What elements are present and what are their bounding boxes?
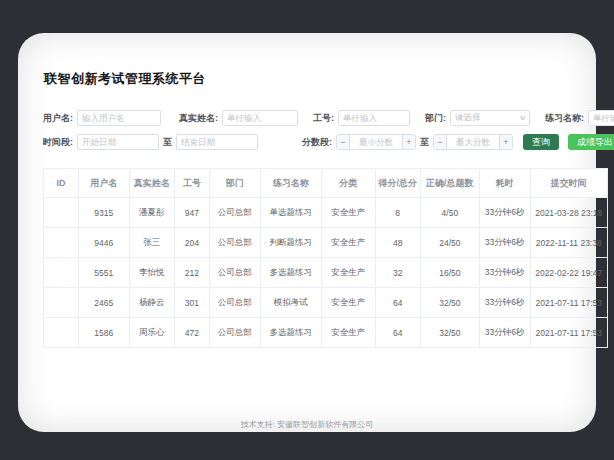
table-cell: 安全生产 [322,288,375,318]
results-table-head: ID用户名真实姓名工号部门练习名称分类得分/总分正确/总题数耗时提交时间 [44,169,608,198]
table-cell: 33分钟6秒 [479,318,530,348]
realname-input[interactable] [222,110,298,126]
table-cell: 947 [175,198,210,228]
table-row: 2465杨静云301公司总部模拟考试安全生产6432/5033分钟6秒2021-… [44,288,608,318]
table-cell: 安全生产 [322,258,375,288]
column-header: 真实姓名 [129,169,174,198]
plus-icon[interactable]: + [499,135,512,149]
worknumber-field-group: 工号: [313,110,410,126]
table-cell: 模拟考试 [260,288,321,318]
column-header: 部门 [209,169,260,198]
max-score-stepper: − + [433,134,513,150]
column-header: 分类 [322,169,375,198]
table-row: 9446张三204公司总部判断题练习安全生产4824/5033分钟6秒2022-… [44,228,608,258]
column-header: 得分/总分 [375,169,420,198]
table-cell: 2021-07-11 17:53 [530,318,607,348]
username-input[interactable] [77,110,161,126]
table-cell [44,198,79,228]
table-row: 5551李怡悦212公司总部多选题练习安全生产3216/5033分钟6秒2022… [44,258,608,288]
results-table: ID用户名真实姓名工号部门练习名称分类得分/总分正确/总题数耗时提交时间 931… [43,168,608,348]
table-cell: 杨静云 [129,288,174,318]
worknumber-input[interactable] [338,110,410,126]
column-header: ID [44,169,79,198]
column-header: 练习名称 [260,169,321,198]
plus-icon[interactable]: + [402,135,415,149]
table-cell: 212 [175,258,210,288]
table-cell: 2021-07-11 17:53 [530,288,607,318]
score-range-field-group: 分数段: − + 至 − + [302,134,513,150]
table-cell: 48 [375,228,420,258]
table-cell: 33分钟6秒 [479,198,530,228]
column-header: 用户名 [78,169,129,198]
table-cell: 公司总部 [209,198,260,228]
chevron-down-icon: ∨ [518,114,526,122]
table-cell: 301 [175,288,210,318]
username-label: 用户名: [43,112,73,125]
table-cell: 安全生产 [322,198,375,228]
table-cell: 潘夏彤 [129,198,174,228]
table-cell [44,228,79,258]
table-cell: 多选题练习 [260,318,321,348]
search-button[interactable]: 查询 [523,134,559,150]
department-select[interactable]: 请选择 ∨ [450,110,530,126]
table-cell: 公司总部 [209,228,260,258]
time-range-field-group: 时间段: 至 [43,134,258,150]
realname-field-group: 真实姓名: [179,110,298,126]
column-header: 耗时 [479,169,530,198]
filter-row-2: 时间段: 至 分数段: − + 至 − + 查询 成绩 [43,134,591,150]
table-cell: 2022-02-22 19:47 [530,258,607,288]
table-cell: 33分钟6秒 [479,258,530,288]
realname-label: 真实姓名: [179,112,218,125]
table-cell: 2021-03-28 23:18 [530,198,607,228]
results-table-body: 9315潘夏彤947公司总部单选题练习安全生产84/5033分钟6秒2021-0… [44,198,608,348]
table-cell [44,258,79,288]
table-cell: 公司总部 [209,318,260,348]
score-to-text: 至 [420,136,429,149]
end-date-input[interactable] [176,134,258,150]
table-row: 1586周乐心472公司总部多选题练习安全生产6432/5033分钟6秒2021… [44,318,608,348]
table-cell [44,318,79,348]
filter-row-1: 用户名: 真实姓名: 工号: 部门: 请选择 ∨ 练习名称: [43,110,591,126]
table-cell: 33分钟6秒 [479,288,530,318]
table-row: 9315潘夏彤947公司总部单选题练习安全生产84/5033分钟6秒2021-0… [44,198,608,228]
max-score-input[interactable] [447,135,499,149]
table-cell: 32 [375,258,420,288]
column-header: 提交时间 [530,169,607,198]
export-results-button[interactable]: 成绩导出 [568,134,614,150]
column-header: 工号 [175,169,210,198]
table-cell: 2465 [78,288,129,318]
start-date-input[interactable] [77,134,159,150]
table-cell: 多选题练习 [260,258,321,288]
worknumber-label: 工号: [313,112,334,125]
table-cell: 李怡悦 [129,258,174,288]
table-cell: 公司总部 [209,258,260,288]
minus-icon[interactable]: − [434,135,447,149]
table-cell: 16/50 [420,258,479,288]
table-cell: 32/50 [420,288,479,318]
table-cell: 公司总部 [209,288,260,318]
score-range-label: 分数段: [302,136,332,149]
table-cell: 安全生产 [322,228,375,258]
main-card: 联智创新考试管理系统平台 用户名: 真实姓名: 工号: 部门: 请选择 ∨ [18,33,596,432]
department-label: 部门: [425,112,446,125]
page-title: 联智创新考试管理系统平台 [44,70,206,88]
minus-icon[interactable]: − [337,135,350,149]
table-cell: 5551 [78,258,129,288]
table-cell: 9315 [78,198,129,228]
table-cell: 24/50 [420,228,479,258]
table-cell: 4/50 [420,198,479,228]
exercise-name-input[interactable] [588,110,614,126]
table-cell: 64 [375,288,420,318]
min-score-stepper: − + [336,134,416,150]
table-cell: 判断题练习 [260,228,321,258]
table-cell: 安全生产 [322,318,375,348]
exercise-name-field-group: 练习名称: [545,110,614,126]
min-score-input[interactable] [350,135,402,149]
username-field-group: 用户名: [43,110,161,126]
time-range-label: 时间段: [43,136,73,149]
table-cell: 9446 [78,228,129,258]
table-cell [44,288,79,318]
table-cell: 2022-11-11 23:38 [530,228,607,258]
table-cell: 472 [175,318,210,348]
column-header: 正确/总题数 [420,169,479,198]
